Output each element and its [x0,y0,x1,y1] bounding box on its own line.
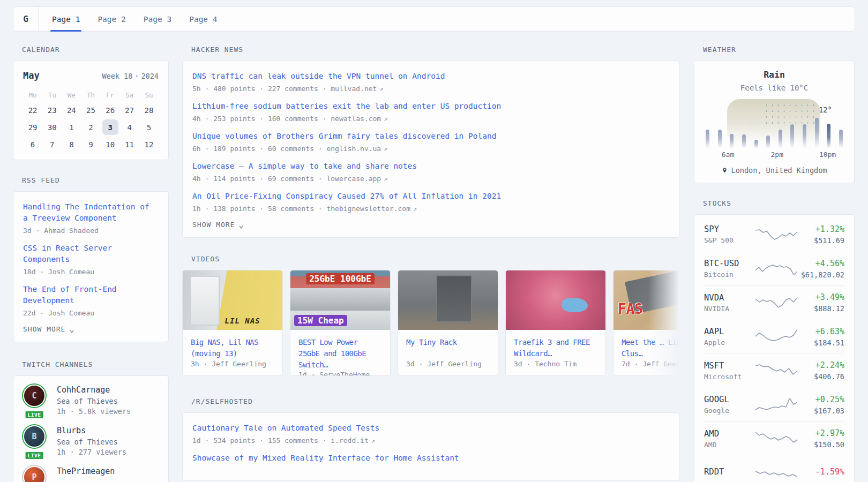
stock-info[interactable]: NVDANVIDIA [704,293,755,313]
feed-item-title[interactable]: Handling The Indentation of a Treeview C… [23,201,159,224]
feed-item-title[interactable]: Lithium-free sodium batteries exit the l… [192,101,669,112]
video-thumbnail[interactable]: LIL NAS [183,270,282,330]
calendar-day[interactable]: 27 [120,102,139,118]
stock-values: +2.97%$150.50 [797,428,844,449]
stock-info[interactable]: GOOGLGoogle [704,395,755,415]
weather-time-label: 10pm [819,150,836,159]
stock-symbol: RDDT [704,467,755,477]
tab-page-4[interactable]: Page 4 [188,7,219,31]
sparkline-chart [755,225,797,244]
thumbnail-text: 15W Cheap [294,315,347,326]
stock-price: $150.50 [797,440,844,449]
feed-item-title[interactable]: DNS traffic can leak outside the VPN tun… [192,71,669,82]
twitch-channel-name[interactable]: Blurbs [57,426,126,435]
video-card[interactable]: Traefik 3 and FREE Wildcard…3d · Techno … [505,270,606,376]
calendar-day[interactable]: 9 [81,137,100,152]
video-card[interactable]: FASMeet the … Linux Clus…7d · Jeff Geerl… [613,270,679,376]
calendar-weekday: Th [81,89,100,101]
live-badge: LIVE [25,451,44,460]
feed-item-title[interactable]: Unique volumes of Brothers Grimm fairy t… [192,131,669,142]
feed-item-title[interactable]: Showcase of my Mixed Reality Interface f… [192,453,669,464]
twitch-avatar-wrap: CLIVE [23,385,49,416]
feed-item-meta: 18d · Josh Comeau [23,268,159,276]
tab-page-3[interactable]: Page 3 [142,7,173,31]
calendar-day[interactable]: 4 [120,119,139,135]
avatar[interactable]: C [23,385,46,407]
video-card[interactable]: 25GbE 100GbE15W CheapBEST Low Power 25Gb… [290,270,391,376]
feed-item: Showcase of my Mixed Reality Interface f… [192,453,669,464]
stock-percent-change: +2.24% [797,360,844,370]
weather-bar [742,134,746,148]
selfhosted-widget: Cautionary Tale on Automated Speed Tests… [182,412,679,481]
avatar[interactable]: P [23,466,46,482]
calendar-day[interactable]: 2 [81,119,100,135]
feed-item-meta: 1d · 534 points · 155 comments · i.redd.… [192,436,669,445]
calendar-day[interactable]: 7 [42,137,62,152]
video-thumbnail[interactable]: 25GbE 100GbE15W Cheap [290,270,390,330]
feed-item-title[interactable]: An Oil Price-Fixing Conspiracy Caused 27… [192,191,669,202]
calendar-day[interactable]: 25 [81,102,100,118]
stock-info[interactable]: AMDAMD [704,429,755,449]
video-thumbnail[interactable] [506,270,605,330]
feed-item-title[interactable]: Cautionary Tale on Automated Speed Tests [192,423,669,434]
calendar-day[interactable]: 10 [101,137,120,152]
feed-item-title[interactable]: The End of Front-End Development [23,284,159,306]
tab-page-1[interactable]: Page 1 [50,7,81,31]
calendar-day[interactable]: 30 [42,119,62,135]
twitch-channel-name[interactable]: CohhCarnage [57,385,131,395]
stock-symbol: BTC-USD [704,259,755,268]
weather-bar [706,130,709,148]
feed-item-meta: 1h · 138 points · 58 comments · thebigne… [192,205,669,213]
stock-info[interactable]: SPYS&P 500 [704,224,755,244]
weather-bar [754,140,758,148]
stock-info[interactable]: MSFTMicrosoft [704,361,755,381]
stock-info[interactable]: AAPLApple [704,327,755,347]
stock-price: $888.12 [797,304,844,313]
weather-time-axis: 6am2pm10pm [704,150,844,160]
twitch-channel-name[interactable]: ThePrimeagen [57,466,115,476]
stock-name: S&P 500 [704,236,755,244]
calendar-day[interactable]: 24 [62,102,81,118]
twitch-channel-item: PThePrimeagen [23,466,159,482]
avatar[interactable]: B [23,425,46,448]
calendar-day[interactable]: 22 [23,102,42,118]
feed-item-title[interactable]: Lowercase – A simple way to take and sha… [192,161,669,172]
video-meta: 3h · Jeff Geerling [191,360,274,368]
calendar-day[interactable]: 12 [139,137,159,152]
show-more-button[interactable]: SHOW MORE⌄ [23,325,159,333]
calendar-day[interactable]: 6 [23,137,42,152]
calendar-day[interactable]: 23 [42,102,62,118]
stock-info[interactable]: RDDT [704,467,755,479]
tab-page-2[interactable]: Page 2 [96,7,127,31]
app-logo[interactable]: G [13,7,39,31]
calendar-day[interactable]: 28 [139,102,159,118]
calendar-day[interactable]: 1 [62,119,81,135]
stock-info[interactable]: BTC-USDBitcoin [704,259,755,278]
calendar-day[interactable]: 5 [139,119,159,135]
video-card-body: Meet the … Linux Clus…7d · Jeff Geerling [613,330,679,375]
calendar-day[interactable]: 3 [101,119,120,135]
video-card[interactable]: My Tiny Rack3d · Jeff Geerling [398,270,498,376]
feed-item-title[interactable]: CSS in React Server Components [23,243,159,265]
stock-sparkline [755,464,797,482]
video-title[interactable]: BEST Low Power 25GbE and 100GbE Switch… [298,337,382,371]
video-card[interactable]: LIL NASBig NAS, Lil NAS (moving 13)3h · … [182,270,283,376]
show-more-button[interactable]: SHOW MORE⌄ [192,221,669,229]
video-thumbnail[interactable] [398,270,498,330]
live-badge: LIVE [25,410,44,419]
calendar-day[interactable]: 8 [62,137,81,152]
video-title[interactable]: Meet the … Linux Clus… [622,337,679,359]
video-title[interactable]: Big NAS, Lil NAS (moving 13) [191,337,274,359]
sparkline-chart [755,396,797,414]
calendar-day[interactable]: 11 [120,137,139,152]
video-title[interactable]: Traefik 3 and FREE Wildcard… [514,337,597,359]
sparkline-chart [755,430,797,448]
video-title[interactable]: My Tiny Rack [406,337,490,348]
thumbnail-text: FAS [618,301,643,317]
external-link-icon: ↗ [384,115,387,123]
calendar-day[interactable]: 26 [101,102,120,118]
video-meta: 1d · ServeTheHome [298,371,382,376]
video-thumbnail[interactable]: FAS [613,270,679,330]
calendar-day[interactable]: 29 [23,119,42,135]
stock-sparkline [755,328,797,346]
